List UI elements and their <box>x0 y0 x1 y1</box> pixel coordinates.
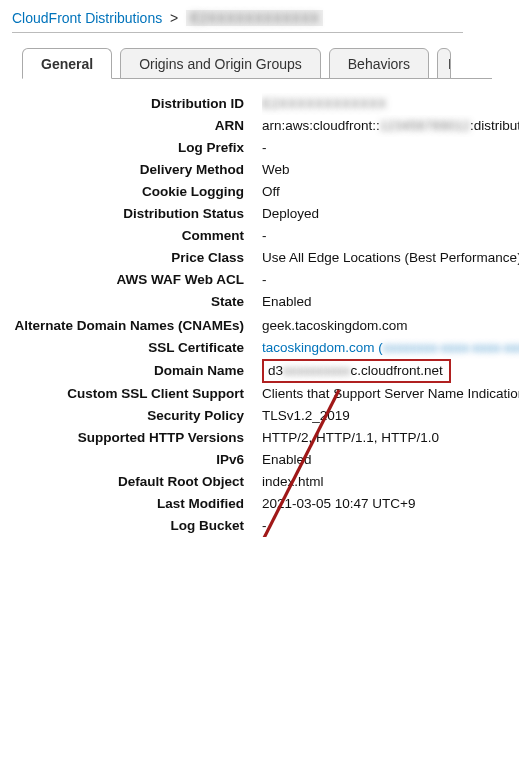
breadcrumb-current: E2XXXXXXXXXXXX <box>186 10 323 26</box>
value-domain-name: d3xxxxxxxxxxc.cloudfront.net <box>262 359 519 383</box>
value-security-policy: TLSv1.2_2019 <box>262 405 519 427</box>
divider <box>12 32 463 33</box>
label-state: State <box>12 291 262 313</box>
value-ipv6: Enabled <box>262 449 519 471</box>
value-cnames: geek.tacoskingdom.com <box>262 313 519 337</box>
value-price-class: Use All Edge Locations (Best Performance… <box>262 247 519 269</box>
label-domain-name: Domain Name <box>12 360 262 382</box>
value-waf: - <box>262 269 519 291</box>
tab-general[interactable]: General <box>22 48 112 79</box>
value-cookie-logging: Off <box>262 181 519 203</box>
value-state: Enabled <box>262 291 519 313</box>
row-distribution-status: Distribution Status Deployed <box>12 203 519 225</box>
row-log-prefix: Log Prefix - <box>12 137 519 159</box>
row-domain-name: Domain Name d3xxxxxxxxxxc.cloudfront.net <box>12 359 519 383</box>
label-custom-ssl: Custom SSL Client Support <box>12 383 262 405</box>
tab-bar: General Origins and Origin Groups Behavi… <box>22 47 492 79</box>
label-price-class: Price Class <box>12 247 262 269</box>
row-cookie-logging: Cookie Logging Off <box>12 181 519 203</box>
row-http-versions: Supported HTTP Versions HTTP/2, HTTP/1.1… <box>12 427 519 449</box>
label-waf: AWS WAF Web ACL <box>12 269 262 291</box>
label-cnames: Alternate Domain Names (CNAMEs) <box>12 315 262 337</box>
label-ipv6: IPv6 <box>12 449 262 471</box>
row-default-root: Default Root Object index.html <box>12 471 519 493</box>
tab-behaviors[interactable]: Behaviors <box>329 48 429 79</box>
value-distribution-status: Deployed <box>262 203 519 225</box>
label-log-bucket: Log Bucket <box>12 515 262 537</box>
value-log-bucket: - <box>262 515 519 537</box>
value-http-versions: HTTP/2, HTTP/1.1, HTTP/1.0 <box>262 427 519 449</box>
ssl-cert-link[interactable]: tacoskingdom.com (xxxxxxxx-xxxx-xxxx-xxx… <box>262 340 519 355</box>
label-distribution-id: Distribution ID <box>12 93 262 115</box>
label-distribution-status: Distribution Status <box>12 203 262 225</box>
value-custom-ssl: Clients that Support Server Name Indicat… <box>262 383 519 405</box>
label-http-versions: Supported HTTP Versions <box>12 427 262 449</box>
breadcrumb-root-link[interactable]: CloudFront Distributions <box>12 10 162 26</box>
row-state: State Enabled <box>12 291 519 313</box>
label-last-modified: Last Modified <box>12 493 262 515</box>
row-last-modified: Last Modified 2021-03-05 10:47 UTC+9 <box>12 493 519 515</box>
row-distribution-id: Distribution ID E2XXXXXXXXXXXX <box>12 93 519 115</box>
label-security-policy: Security Policy <box>12 405 262 427</box>
tab-errors[interactable]: Error Pages <box>437 48 451 79</box>
label-delivery-method: Delivery Method <box>12 159 262 181</box>
value-delivery-method: Web <box>262 159 519 181</box>
row-cnames: Alternate Domain Names (CNAMEs) geek.tac… <box>12 313 519 337</box>
value-distribution-id: E2XXXXXXXXXXXX <box>262 93 519 115</box>
label-ssl-cert: SSL Certificate <box>12 337 262 359</box>
row-comment: Comment - <box>12 225 519 247</box>
row-log-bucket: Log Bucket - <box>12 515 519 537</box>
value-log-prefix: - <box>262 137 519 159</box>
tab-origins[interactable]: Origins and Origin Groups <box>120 48 321 79</box>
row-delivery-method: Delivery Method Web <box>12 159 519 181</box>
value-default-root: index.html <box>262 471 519 493</box>
value-comment: - <box>262 225 519 247</box>
label-cookie-logging: Cookie Logging <box>12 181 262 203</box>
label-comment: Comment <box>12 225 262 247</box>
distribution-details: Distribution ID E2XXXXXXXXXXXX ARN arn:a… <box>12 93 519 537</box>
row-ssl-cert: SSL Certificate tacoskingdom.com (xxxxxx… <box>12 337 519 359</box>
label-default-root: Default Root Object <box>12 471 262 493</box>
breadcrumb-separator: > <box>170 10 178 26</box>
row-security-policy: Security Policy TLSv1.2_2019 <box>12 405 519 427</box>
value-last-modified: 2021-03-05 10:47 UTC+9 <box>262 493 519 515</box>
row-custom-ssl: Custom SSL Client Support Clients that S… <box>12 383 519 405</box>
row-price-class: Price Class Use All Edge Locations (Best… <box>12 247 519 269</box>
row-waf: AWS WAF Web ACL - <box>12 269 519 291</box>
breadcrumb: CloudFront Distributions > E2XXXXXXXXXXX… <box>12 10 519 26</box>
label-arn: ARN <box>12 115 262 137</box>
label-log-prefix: Log Prefix <box>12 137 262 159</box>
domain-name-highlight: d3xxxxxxxxxxc.cloudfront.net <box>262 359 451 383</box>
row-ipv6: IPv6 Enabled <box>12 449 519 471</box>
value-arn: arn:aws:cloudfront::123456789012:distrib… <box>262 115 519 137</box>
row-arn: ARN arn:aws:cloudfront::123456789012:dis… <box>12 115 519 137</box>
value-ssl-cert: tacoskingdom.com (xxxxxxxx-xxxx-xxxx-xxx… <box>262 337 519 359</box>
